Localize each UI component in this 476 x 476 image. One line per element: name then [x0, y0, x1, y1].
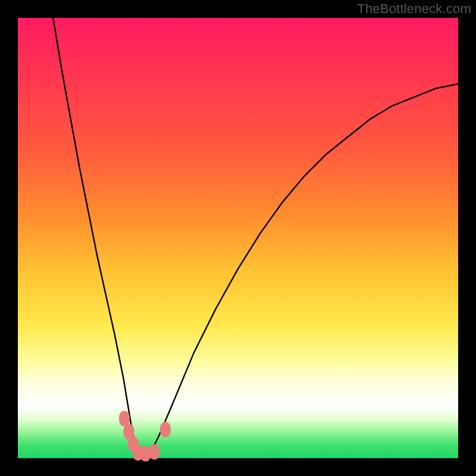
plot-area [18, 18, 458, 458]
chart-svg [18, 18, 458, 458]
dot-right-upper [160, 422, 171, 437]
marker-group [119, 411, 171, 461]
dot-left-upper [119, 411, 130, 426]
bottleneck-curve [53, 18, 458, 458]
dot-bottom-3 [149, 444, 159, 460]
watermark-text: TheBottleneck.com [357, 1, 471, 17]
chart-frame: TheBottleneck.com [0, 0, 476, 476]
